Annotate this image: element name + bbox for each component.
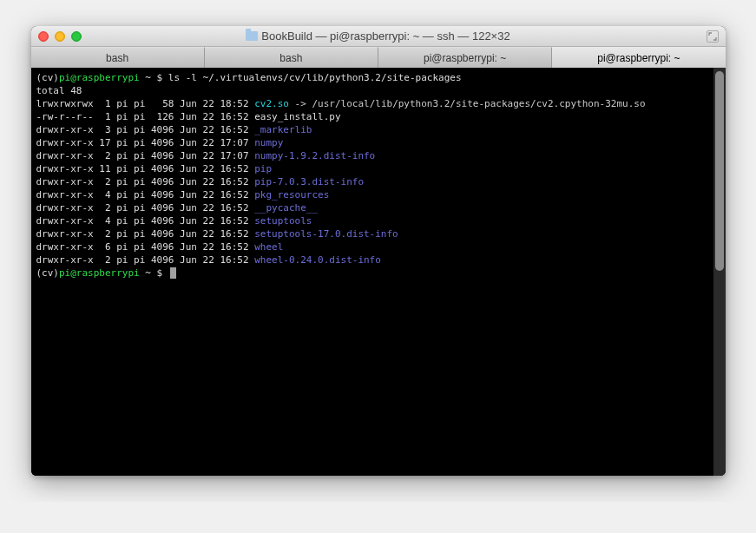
scroll-thumb[interactable]: [715, 71, 724, 271]
terminal-window: BookBuild — pi@raspberrypi: ~ — ssh — 12…: [31, 26, 726, 476]
tab-3[interactable]: pi@raspberrypi: ~: [552, 47, 725, 68]
fullscreen-icon[interactable]: [707, 30, 719, 43]
close-icon[interactable]: [38, 31, 49, 42]
tab-0[interactable]: bash: [31, 47, 205, 68]
tab-2[interactable]: pi@raspberrypi: ~: [378, 47, 552, 68]
minimize-icon[interactable]: [55, 31, 65, 42]
tab-bar: bashbashpi@raspberrypi: ~pi@raspberrypi:…: [31, 47, 726, 68]
tab-1[interactable]: bash: [205, 47, 378, 68]
titlebar[interactable]: BookBuild — pi@raspberrypi: ~ — ssh — 12…: [31, 26, 726, 47]
terminal-body: (cv)pi@raspberrypi ~ $ ls -l ~/.virtuale…: [31, 68, 726, 476]
traffic-lights: [38, 31, 82, 42]
zoom-icon[interactable]: [71, 31, 82, 42]
cursor: [170, 267, 176, 279]
folder-icon: [246, 31, 258, 41]
window-title-text: BookBuild — pi@raspberrypi: ~ — ssh — 12…: [261, 30, 509, 43]
scrollbar[interactable]: [713, 68, 726, 476]
terminal-output[interactable]: (cv)pi@raspberrypi ~ $ ls -l ~/.virtuale…: [31, 68, 713, 476]
window-title: BookBuild — pi@raspberrypi: ~ — ssh — 12…: [31, 30, 726, 43]
